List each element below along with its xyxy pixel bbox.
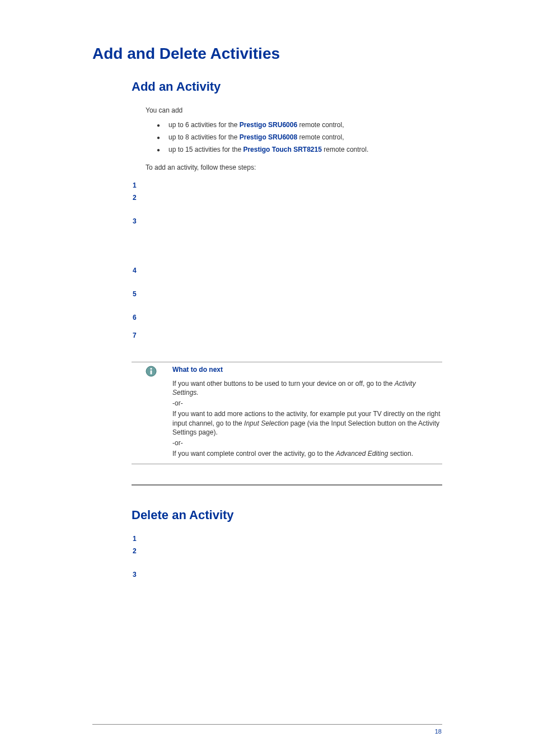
info-heading: What to do next bbox=[172, 366, 442, 374]
step-item: 1 bbox=[133, 181, 534, 189]
page-number: 18 bbox=[435, 728, 442, 735]
footer-divider bbox=[92, 724, 442, 725]
step-item: 3 bbox=[133, 571, 534, 578]
bullet-text: up to 8 activities for the Prestigo SRU6… bbox=[168, 133, 344, 141]
step-number: 2 bbox=[133, 194, 139, 202]
bullet-list: ● up to 6 activities for the Prestigo SR… bbox=[154, 121, 534, 155]
bullet-text: up to 15 activities for the Prestigo Tou… bbox=[168, 146, 368, 153]
info-text: If you want other buttons to be used to … bbox=[172, 380, 395, 388]
info-italic: Input Selection bbox=[244, 419, 288, 427]
step-number: 7 bbox=[133, 332, 139, 339]
add-steps: 1 2 3 4 5 6 7 bbox=[133, 181, 534, 339]
info-paragraph: If you want other buttons to be used to … bbox=[172, 379, 442, 397]
step-item: 2 bbox=[133, 194, 534, 202]
bullet-icon: ● bbox=[154, 146, 163, 155]
step-item: 4 bbox=[133, 267, 534, 274]
step-number: 2 bbox=[133, 547, 139, 555]
step-number: 3 bbox=[133, 217, 139, 225]
step-item: 7 bbox=[133, 332, 534, 339]
info-text: section. bbox=[388, 450, 413, 458]
bullet-icon: ● bbox=[154, 121, 163, 130]
step-item: 3 bbox=[133, 217, 534, 225]
bullet-pre: up to 15 activities for the bbox=[168, 146, 243, 153]
step-item: 6 bbox=[133, 314, 534, 321]
bullet-post: remote control. bbox=[322, 146, 368, 153]
divider bbox=[132, 464, 442, 464]
list-item: ● up to 8 activities for the Prestigo SR… bbox=[154, 133, 534, 142]
intro-text: You can add bbox=[146, 106, 534, 114]
step-number: 5 bbox=[133, 290, 139, 298]
info-text: If you want complete control over the ac… bbox=[172, 450, 336, 458]
page-title: Add and Delete Activities bbox=[92, 45, 534, 63]
step-number: 3 bbox=[133, 571, 139, 578]
bullet-icon: ● bbox=[154, 133, 163, 142]
bullet-bold: Prestigo SRU6008 bbox=[240, 133, 297, 141]
info-or: -or- bbox=[172, 399, 442, 407]
step-number: 1 bbox=[133, 181, 139, 189]
bullet-bold: Prestigo SRU6006 bbox=[240, 121, 297, 129]
step-number: 4 bbox=[133, 267, 139, 274]
divider bbox=[132, 362, 442, 362]
info-icon bbox=[146, 366, 157, 377]
section-heading-add: Add an Activity bbox=[132, 80, 534, 94]
info-italic: Advanced Editing bbox=[336, 450, 388, 458]
info-paragraph: If you want complete control over the ac… bbox=[172, 449, 442, 458]
bullet-pre: up to 6 activities for the bbox=[168, 121, 240, 129]
info-callout: What to do next If you want other button… bbox=[146, 366, 442, 458]
follow-text: To add an activity, follow these steps: bbox=[146, 164, 534, 171]
svg-rect-2 bbox=[151, 370, 152, 374]
delete-steps: 1 2 3 bbox=[133, 535, 534, 578]
info-paragraph: If you want to add more actions to the a… bbox=[172, 409, 442, 437]
list-item: ● up to 15 activities for the Prestigo T… bbox=[154, 146, 534, 155]
step-number: 6 bbox=[133, 314, 139, 321]
bullet-text: up to 6 activities for the Prestigo SRU6… bbox=[168, 121, 344, 129]
info-or: -or- bbox=[172, 439, 442, 447]
svg-point-1 bbox=[150, 368, 152, 370]
step-item: 1 bbox=[133, 535, 534, 543]
section-heading-delete: Delete an Activity bbox=[132, 508, 534, 522]
step-item: 2 bbox=[133, 547, 534, 555]
bullet-pre: up to 8 activities for the bbox=[168, 133, 240, 141]
bullet-post: remote control, bbox=[297, 121, 344, 129]
step-item: 5 bbox=[133, 290, 534, 298]
bullet-post: remote control, bbox=[297, 133, 344, 141]
bullet-bold: Prestigo Touch SRT8215 bbox=[243, 146, 321, 153]
list-item: ● up to 6 activities for the Prestigo SR… bbox=[154, 121, 534, 130]
step-number: 1 bbox=[133, 535, 139, 543]
